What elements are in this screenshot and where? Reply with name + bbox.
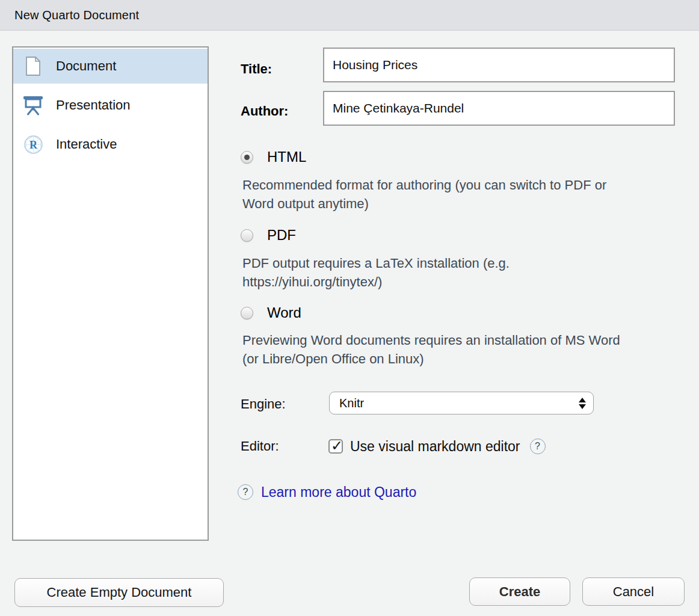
cancel-button[interactable]: Cancel	[582, 578, 685, 606]
radio-pdf[interactable]	[241, 229, 253, 242]
title-label: Title:	[241, 61, 272, 77]
sidebar-item-document[interactable]: Document	[13, 49, 208, 84]
dialog-title: New Quarto Document	[14, 8, 139, 22]
visual-editor-checkbox[interactable]	[328, 439, 343, 454]
author-input[interactable]	[323, 91, 675, 126]
create-button[interactable]: Create	[469, 578, 570, 606]
editor-label: Editor:	[241, 439, 279, 454]
sidebar-item-label: Presentation	[56, 97, 131, 113]
document-icon	[22, 56, 44, 76]
r-logo-icon: R	[22, 135, 44, 155]
radio-pdf-label: PDF	[267, 227, 296, 244]
sidebar-item-presentation[interactable]: Presentation	[13, 88, 208, 123]
learn-more-row: ? Learn more about Quarto	[238, 484, 416, 500]
radio-html[interactable]	[241, 151, 253, 164]
presentation-icon	[22, 96, 44, 116]
engine-select[interactable]: Knitr	[329, 392, 594, 414]
sidebar-item-interactive[interactable]: R Interactive	[13, 127, 208, 162]
radio-word[interactable]	[241, 307, 253, 319]
engine-label: Engine:	[241, 396, 286, 412]
create-empty-document-label: Create Empty Document	[47, 585, 192, 600]
editor-checkbox-row: Use visual markdown editor ?	[328, 437, 546, 455]
learn-more-help-icon[interactable]: ?	[238, 484, 253, 500]
format-option-pdf[interactable]: PDF	[241, 227, 296, 244]
document-type-list: Document Presentation R Interactive	[12, 46, 209, 541]
format-word-description: Previewing Word documents requires an in…	[242, 331, 639, 368]
author-label: Author:	[241, 103, 288, 119]
format-pdf-description: PDF output requires a LaTeX installation…	[242, 254, 639, 291]
stepper-arrows-icon	[579, 398, 586, 409]
dialog-titlebar: New Quarto Document	[0, 0, 699, 31]
visual-editor-checkbox-label[interactable]: Use visual markdown editor	[349, 439, 520, 455]
create-empty-document-button[interactable]: Create Empty Document	[14, 578, 224, 607]
radio-word-label: Word	[267, 304, 301, 321]
radio-html-label: HTML	[267, 149, 306, 165]
create-button-label: Create	[499, 584, 540, 600]
engine-select-value: Knitr	[339, 396, 579, 410]
svg-text:R: R	[29, 139, 38, 151]
editor-help-icon[interactable]: ?	[530, 439, 546, 454]
format-option-html[interactable]: HTML	[241, 149, 306, 165]
cancel-button-label: Cancel	[613, 584, 654, 600]
format-option-word[interactable]: Word	[241, 304, 301, 321]
sidebar-item-label: Interactive	[56, 137, 117, 152]
learn-more-link[interactable]: Learn more about Quarto	[261, 484, 416, 500]
sidebar-item-label: Document	[56, 58, 116, 74]
format-html-description: Recommended format for authoring (you ca…	[242, 176, 639, 213]
title-input[interactable]	[323, 48, 675, 82]
